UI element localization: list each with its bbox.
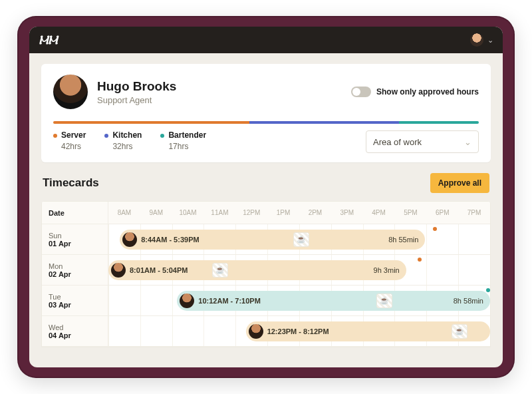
row-date: 02 Apr: [49, 270, 101, 278]
legend-item-server: Server42hrs: [53, 130, 86, 151]
row-date: 03 Apr: [49, 301, 101, 309]
tablet-frame: ⲘⲘ ⌄ Hugo Brooks Support Agent: [17, 16, 515, 378]
section-title: Timecards: [43, 176, 99, 190]
approve-all-button[interactable]: Approve all: [430, 173, 489, 193]
break-icon: ☕: [212, 263, 228, 278]
topbar: ⲘⲘ ⌄: [29, 27, 503, 53]
hour-label: 3PM: [331, 209, 363, 216]
timecard-body: Sun01 Apr8:44AM - 5:39PM☕8h 55minMon02 A…: [42, 224, 490, 347]
row-day: Wed: [49, 323, 101, 331]
hour-label: 9AM: [140, 209, 172, 216]
shift-range: 10:12AM - 7:10PM: [198, 297, 261, 305]
status-dot-icon: [486, 288, 490, 292]
status-dot-icon: [433, 227, 437, 231]
employee-role: Support Agent: [97, 95, 176, 105]
app-logo[interactable]: ⲘⲘ: [39, 33, 57, 47]
hours-breakdown-bar: [53, 121, 479, 124]
shift-block[interactable]: 10:12AM - 7:10PM☕8h 58min: [177, 291, 490, 311]
shift-duration: 8h 58min: [454, 297, 483, 305]
chevron-down-icon: ⌄: [464, 137, 471, 147]
shift-duration: 9h 3min: [374, 266, 400, 274]
content: Hugo Brooks Support Agent Show only appr…: [29, 53, 503, 367]
toggle-switch-icon[interactable]: [351, 87, 371, 97]
row-date: 04 Apr: [49, 331, 101, 339]
hour-label: 12PM: [235, 209, 267, 216]
break-icon: ☕: [376, 294, 392, 308]
timecard-header: Date 8AM9AM10AM11AM12PM1PM2PM3PM4PM5PM6P…: [42, 202, 490, 224]
shift-avatar-icon: [180, 294, 194, 308]
dropdown-label: Area of work: [373, 137, 422, 147]
shift-block[interactable]: 8:01AM - 5:04PM☕9h 3min: [108, 260, 406, 280]
shift-range: 8:44AM - 5:39PM: [141, 236, 199, 244]
bar-segment-kitchen: [249, 121, 399, 124]
legend-item-bartender: Bartender17hrs: [160, 130, 206, 151]
bar-segment-server: [53, 121, 249, 124]
hours-breakdown-legend: Server42hrsKitchen32hrsBartender17hrs: [53, 130, 206, 151]
hour-label: 8AM: [108, 209, 140, 216]
shift-avatar-icon: [122, 232, 137, 247]
legend-item-kitchen: Kitchen32hrs: [104, 130, 142, 151]
shift-duration: 8h 55min: [388, 236, 418, 244]
break-icon: ☕: [452, 324, 467, 339]
timecard-row: Mon02 Apr8:01AM - 5:04PM☕9h 3min: [42, 255, 490, 286]
shift-block[interactable]: 8:44AM - 5:39PM☕8h 55min: [120, 230, 425, 250]
timecard-row: Tue03 Apr10:12AM - 7:10PM☕8h 58min: [42, 286, 490, 316]
chevron-down-icon: ⌄: [487, 36, 493, 45]
user-menu[interactable]: ⌄: [470, 33, 493, 47]
hour-label: 2PM: [299, 209, 331, 216]
hour-label: 1PM: [267, 209, 299, 216]
hour-label: 5PM: [394, 209, 426, 216]
row-day: Mon: [49, 262, 101, 270]
row-day: Sun: [49, 232, 101, 240]
screen: ⲘⲘ ⌄ Hugo Brooks Support Agent: [29, 27, 503, 367]
hour-label: 7PM: [458, 209, 490, 216]
shift-avatar-icon: [111, 263, 126, 278]
bar-segment-bartender: [399, 121, 479, 124]
toggle-label: Show only approved hours: [376, 87, 479, 97]
timecard-row: Wed04 Apr12:23PM - 8:12PM☕: [42, 316, 490, 347]
shift-block[interactable]: 12:23PM - 8:12PM☕: [246, 321, 490, 341]
profile-card: Hugo Brooks Support Agent Show only appr…: [41, 64, 491, 162]
employee-name: Hugo Brooks: [97, 79, 176, 94]
date-column-label: Date: [49, 209, 101, 217]
employee-avatar: [53, 75, 88, 109]
user-avatar-icon: [470, 33, 483, 47]
approved-hours-toggle[interactable]: Show only approved hours: [351, 87, 479, 97]
hour-label: 4PM: [363, 209, 395, 216]
row-day: Tue: [49, 293, 101, 301]
area-of-work-dropdown[interactable]: Area of work ⌄: [366, 130, 479, 153]
hour-label: 6PM: [426, 209, 458, 216]
shift-avatar-icon: [249, 324, 263, 339]
row-date: 01 Apr: [49, 240, 101, 248]
shift-range: 12:23PM - 8:12PM: [267, 327, 329, 335]
status-dot-icon: [418, 258, 422, 262]
break-icon: ☕: [293, 232, 309, 247]
hour-label: 10AM: [172, 209, 204, 216]
timecard-grid: Date 8AM9AM10AM11AM12PM1PM2PM3PM4PM5PM6P…: [41, 201, 491, 347]
hour-label: 11AM: [203, 209, 235, 216]
shift-range: 8:01AM - 5:04PM: [130, 266, 188, 274]
timecard-row: Sun01 Apr8:44AM - 5:39PM☕8h 55min: [42, 224, 490, 255]
